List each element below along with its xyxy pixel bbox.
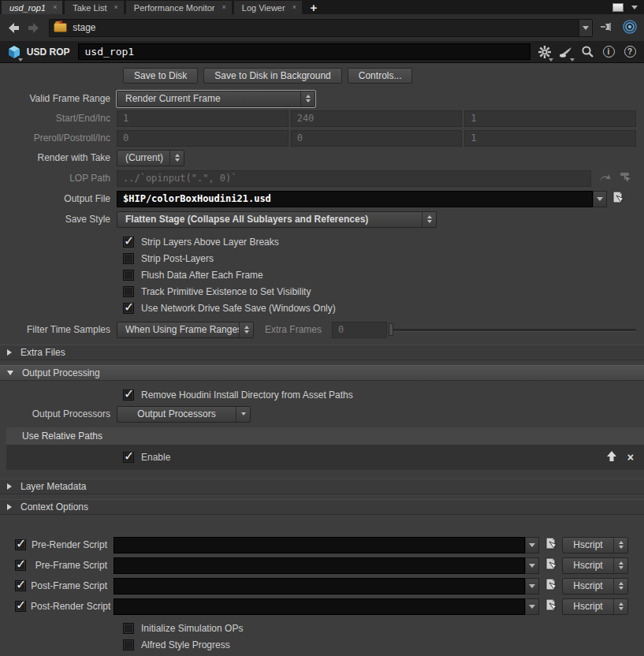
output-file-dropdown-button[interactable] xyxy=(593,191,607,207)
file-chooser-icon[interactable] xyxy=(545,598,557,614)
node-name-input[interactable] xyxy=(78,43,530,60)
pre-render-language-menu[interactable]: Hscript xyxy=(562,537,628,554)
preroll-field: 0 xyxy=(117,130,288,147)
delete-icon[interactable]: × xyxy=(627,451,634,464)
file-chooser-icon[interactable] xyxy=(545,557,557,573)
search-icon[interactable] xyxy=(579,43,596,60)
radar-link-icon[interactable] xyxy=(622,19,638,37)
pre-frame-script-checkbox[interactable] xyxy=(15,560,26,571)
pre-render-script-row: Pre-Render Script Hscript xyxy=(0,536,644,554)
remove-houdini-checkbox[interactable] xyxy=(123,390,134,401)
pre-frame-script-input[interactable] xyxy=(114,557,525,574)
pre-frame-language-menu[interactable]: Hscript xyxy=(562,557,628,574)
chevron-down-icon xyxy=(236,407,250,422)
close-icon[interactable]: × xyxy=(222,4,226,11)
tab-take-list[interactable]: Take List × xyxy=(65,1,124,14)
enable-checkbox[interactable] xyxy=(123,452,134,463)
post-frame-script-checkbox[interactable] xyxy=(15,580,26,591)
file-chooser-icon[interactable] xyxy=(545,537,557,553)
section-extra-files[interactable]: Extra Files xyxy=(0,345,644,360)
collapsed-arrow-icon xyxy=(7,504,12,510)
track-primitive-checkbox[interactable] xyxy=(123,286,134,297)
flush-data-row: Flush Data After Each Frame xyxy=(0,266,644,283)
flush-data-checkbox[interactable] xyxy=(123,270,134,281)
usd-rop-node-icon[interactable] xyxy=(6,44,23,60)
script-dropdown-button[interactable] xyxy=(525,557,539,574)
save-to-disk-button[interactable]: Save to Disk xyxy=(123,68,198,84)
post-frame-language-menu[interactable]: Hscript xyxy=(562,578,628,594)
jump-to-node-icon xyxy=(599,172,612,184)
tab-log-viewer[interactable]: Log Viewer × xyxy=(234,1,302,14)
pane-maximize-icon[interactable] xyxy=(612,3,624,12)
strip-layers-checkbox[interactable] xyxy=(123,237,134,248)
start-field: 1 xyxy=(117,110,288,127)
filter-time-samples-menu[interactable]: When Using Frame Ranges xyxy=(117,322,254,338)
info-icon[interactable]: i xyxy=(600,43,617,60)
output-file-input[interactable] xyxy=(117,191,593,207)
save-style-menu[interactable]: Flatten Stage (Collapse All Sublayers an… xyxy=(117,211,437,228)
script-dropdown-button[interactable] xyxy=(525,537,539,554)
path-dropdown-button[interactable] xyxy=(579,20,592,36)
post-render-language-menu[interactable]: Hscript xyxy=(562,598,628,615)
checkbox-label: Use Network Drive Safe Save (Windows Onl… xyxy=(141,303,336,314)
post-render-script-checkbox[interactable] xyxy=(15,601,26,612)
section-layer-metadata[interactable]: Layer Metadata xyxy=(0,479,644,494)
checkbox-label: Track Primitive Existence to Set Visibil… xyxy=(141,286,311,297)
network-safe-save-checkbox[interactable] xyxy=(123,303,134,314)
tab-performance-monitor[interactable]: Performance Monitor × xyxy=(126,1,232,14)
tab-label: usd_rop1 xyxy=(9,3,46,13)
close-icon[interactable]: × xyxy=(114,4,118,11)
checkbox-label: Flush Data After Each Frame xyxy=(141,270,263,281)
path-field[interactable]: stage xyxy=(49,19,593,37)
section-output-processing[interactable]: Output Processing xyxy=(0,365,644,381)
tab-label: Log Viewer xyxy=(242,3,285,13)
gear-icon[interactable] xyxy=(536,43,553,60)
preroll-inc-field: 1 xyxy=(464,130,636,147)
strip-post-layers-checkbox[interactable] xyxy=(123,253,134,264)
script-dropdown-button[interactable] xyxy=(525,578,539,594)
enable-label: Enable xyxy=(141,452,170,463)
post-frame-script-input[interactable] xyxy=(114,578,525,594)
extra-frames-label: Extra Frames xyxy=(254,324,328,335)
pane-menu-icon[interactable] xyxy=(631,6,638,9)
lop-path-label: LOP Path xyxy=(0,173,117,184)
filter-time-samples-label: Filter Time Samples xyxy=(0,324,117,335)
tab-usd-rop1[interactable]: usd_rop1 × xyxy=(2,1,62,14)
pin-icon[interactable] xyxy=(600,20,614,35)
pre-render-script-input[interactable] xyxy=(114,537,525,554)
pre-render-script-checkbox[interactable] xyxy=(15,539,26,550)
move-up-icon[interactable] xyxy=(606,451,617,464)
spinner-icon xyxy=(300,91,315,106)
file-chooser-icon[interactable] xyxy=(612,191,624,207)
valid-frame-range-menu[interactable]: Render Current Frame xyxy=(117,91,315,107)
tab-label: Performance Monitor xyxy=(134,3,215,13)
checkbox-label: Strip Post-Layers xyxy=(141,253,214,264)
collapsed-arrow-icon xyxy=(7,349,12,356)
new-tab-button[interactable]: + xyxy=(304,0,323,14)
save-to-disk-background-button[interactable]: Save to Disk in Background xyxy=(203,68,341,84)
initialize-simulation-checkbox[interactable] xyxy=(123,623,134,634)
close-icon[interactable]: × xyxy=(53,4,57,11)
spinner-icon xyxy=(239,322,253,337)
script-dropdown-button[interactable] xyxy=(525,598,539,615)
strip-layers-row: Strip Layers Above Layer Breaks xyxy=(0,233,644,250)
brush-icon[interactable] xyxy=(557,43,575,60)
controls-button[interactable]: Controls... xyxy=(348,68,413,84)
pane-tab-bar: usd_rop1 × Take List × Performance Monit… xyxy=(0,0,644,14)
chevron-down-icon xyxy=(18,58,23,62)
back-arrow-icon[interactable] xyxy=(6,20,22,35)
render-with-take-menu[interactable]: (Current) xyxy=(117,150,184,166)
checkbox-label: Strip Layers Above Layer Breaks xyxy=(141,237,279,248)
close-icon[interactable]: × xyxy=(292,4,296,11)
post-render-script-input[interactable] xyxy=(114,598,525,615)
file-chooser-icon[interactable] xyxy=(545,578,557,594)
alfred-progress-checkbox[interactable] xyxy=(123,639,134,650)
section-label: Extra Files xyxy=(20,347,65,358)
help-icon[interactable]: ? xyxy=(621,43,638,60)
post-frame-script-row: Post-Frame Script Hscript xyxy=(0,577,644,594)
spinner-icon xyxy=(613,579,627,594)
output-processors-button[interactable]: Output Processors xyxy=(117,406,251,423)
section-context-options[interactable]: Context Options xyxy=(0,499,644,515)
stage-folder-icon xyxy=(54,23,67,32)
forward-arrow-icon[interactable] xyxy=(26,20,42,35)
